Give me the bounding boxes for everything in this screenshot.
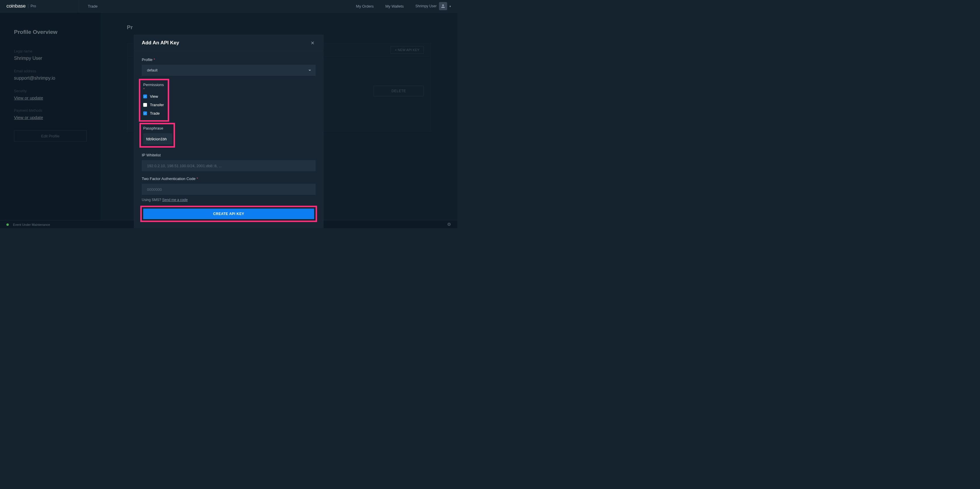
profile-label: Profile * [142, 57, 316, 62]
profile-select[interactable]: default [142, 65, 316, 76]
modal-body: Profile * default Permissions * ✓ View [134, 51, 323, 228]
add-api-key-modal: Add An API Key ✕ Profile * default Per [134, 35, 323, 228]
checkbox-trade-label: Trade [150, 111, 159, 116]
logo-area[interactable]: coinbase Pro [0, 3, 79, 9]
passphrase-label: Passphrase [143, 126, 171, 131]
required-asterisk: * [197, 177, 198, 181]
status-dot-icon [6, 223, 9, 226]
checkbox-view-row[interactable]: ✓ View [143, 94, 165, 99]
chevron-down-icon: ▾ [449, 5, 451, 8]
ip-whitelist-group: IP Whitelist [142, 153, 316, 171]
user-menu[interactable]: Shrimpy User ▾ [415, 2, 451, 10]
modal-overlay: Add An API Key ✕ Profile * default Per [0, 13, 457, 220]
passphrase-input[interactable] [143, 133, 172, 145]
status-area: Event Under Maintenance [6, 222, 50, 227]
status-text: Event Under Maintenance [13, 223, 50, 226]
required-asterisk: * [143, 87, 145, 91]
header-right: My Orders My Wallets Shrimpy User ▾ [356, 2, 457, 10]
logo-text: coinbase [6, 3, 25, 9]
person-icon [441, 3, 445, 9]
logo-suffix: Pro [28, 4, 36, 8]
my-wallets-link[interactable]: My Wallets [385, 4, 404, 8]
checkbox-transfer-label: Transfer [150, 103, 164, 107]
tfa-input[interactable] [142, 184, 316, 195]
create-api-key-button[interactable]: CREATE API KEY [143, 209, 314, 219]
my-orders-link[interactable]: My Orders [356, 4, 374, 8]
checkbox-trade-row[interactable]: ✓ Trade [143, 111, 165, 116]
close-button[interactable]: ✕ [309, 39, 316, 47]
permissions-highlight: Permissions * ✓ View Transfer ✓ Trade [139, 79, 169, 122]
required-asterisk: * [153, 57, 155, 62]
app-header: coinbase Pro Trade My Orders My Wallets … [0, 0, 457, 13]
profile-group: Profile * default [142, 57, 316, 76]
checkbox-transfer[interactable] [143, 103, 147, 107]
modal-title: Add An API Key [142, 40, 179, 46]
ip-whitelist-label: IP Whitelist [142, 153, 316, 157]
checkbox-view[interactable]: ✓ [143, 94, 147, 98]
main-area: Profile Overview Legal name Shrimpy User… [0, 13, 457, 220]
nav-trade-link[interactable]: Trade [79, 4, 106, 8]
send-code-link[interactable]: Send me a code [162, 198, 188, 202]
modal-header: Add An API Key ✕ [134, 35, 323, 51]
permissions-label: Permissions * [143, 83, 165, 91]
passphrase-highlight: Passphrase [139, 123, 175, 148]
avatar [439, 2, 447, 10]
tfa-group: Two Factor Authentication Code * [142, 177, 316, 195]
checkbox-transfer-row[interactable]: Transfer [143, 103, 165, 107]
sms-row: Using SMS? Send me a code [142, 198, 316, 202]
checkbox-trade[interactable]: ✓ [143, 111, 147, 115]
ip-whitelist-input[interactable] [142, 160, 316, 171]
gear-icon[interactable]: ⚙ [447, 222, 451, 227]
tfa-label: Two Factor Authentication Code * [142, 177, 316, 181]
checkbox-view-label: View [150, 94, 158, 99]
close-icon: ✕ [310, 41, 314, 46]
username-label: Shrimpy User [415, 4, 437, 8]
create-button-highlight: CREATE API KEY [140, 206, 317, 222]
